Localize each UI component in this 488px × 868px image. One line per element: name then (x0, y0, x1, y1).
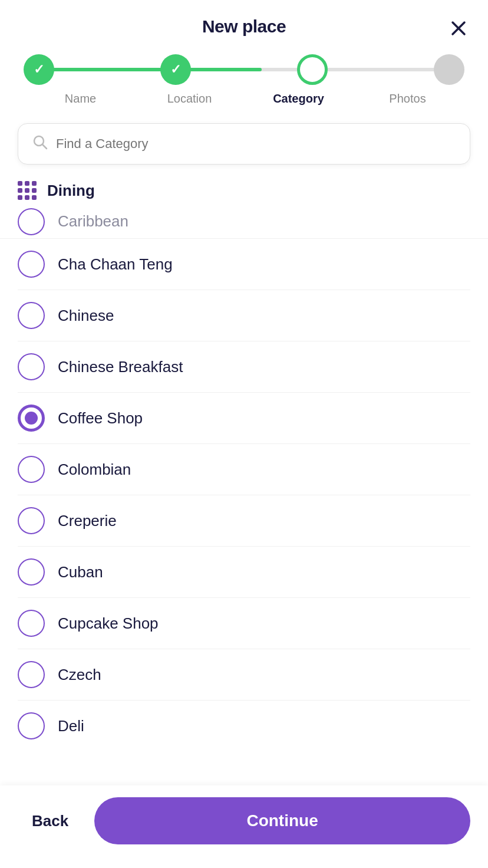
item-label-creperie: Creperie (58, 512, 117, 530)
list-item-cupcake-shop[interactable]: Cupcake Shop (18, 598, 470, 649)
step-location-check: ✓ (170, 62, 181, 77)
header: New place (0, 0, 488, 48)
list-item-caribbean-partial[interactable]: Caribbean (0, 208, 488, 239)
list-item-chinese-breakfast[interactable]: Chinese Breakfast (18, 341, 470, 393)
radio-cha-chaan-teng (18, 251, 45, 278)
search-icon (32, 134, 48, 153)
list-item-chinese[interactable]: Chinese (18, 290, 470, 341)
item-label-coffee-shop: Coffee Shop (58, 409, 143, 428)
list-item-cuban[interactable]: Cuban (18, 547, 470, 598)
step-label-name: Name (26, 92, 135, 106)
item-label-cha-chaan-teng: Cha Chaan Teng (58, 255, 173, 274)
item-label-cuban: Cuban (58, 563, 103, 581)
continue-button[interactable]: Continue (94, 797, 470, 844)
step-location-dot: ✓ (160, 54, 191, 85)
step-name-dot: ✓ (24, 54, 54, 85)
radio-cuban (18, 558, 45, 586)
list-item-czech[interactable]: Czech (18, 649, 470, 701)
item-label-caribbean: Caribbean (58, 212, 128, 231)
progress-line-fill (41, 68, 262, 71)
close-button[interactable] (447, 17, 470, 42)
category-section-title: Dining (47, 182, 95, 200)
radio-colombian (18, 456, 45, 483)
progress-labels: Name Location Category Photos (24, 92, 464, 106)
search-input[interactable] (56, 136, 456, 152)
item-label-colombian: Colombian (58, 461, 131, 479)
item-label-chinese-breakfast: Chinese Breakfast (58, 358, 183, 376)
footer: Back Continue (0, 785, 488, 868)
progress-section: ✓ ✓ Name Location Category Photos (0, 48, 488, 117)
step-name-check: ✓ (34, 62, 44, 77)
grid-icon (18, 181, 37, 200)
step-category-dot (297, 54, 328, 85)
svg-line-3 (42, 144, 47, 149)
item-label-chinese: Chinese (58, 307, 114, 325)
back-button[interactable]: Back (18, 801, 83, 841)
list-item-cha-chaan-teng[interactable]: Cha Chaan Teng (18, 239, 470, 290)
radio-cupcake-shop (18, 610, 45, 637)
item-label-czech: Czech (58, 666, 101, 684)
radio-czech (18, 661, 45, 688)
step-label-photos: Photos (353, 92, 462, 106)
radio-deli (18, 712, 45, 739)
search-section (0, 117, 488, 165)
step-photos-dot (434, 54, 464, 85)
progress-track: ✓ ✓ (24, 54, 464, 85)
close-icon (449, 19, 468, 38)
list-item-creperie[interactable]: Creperie (18, 495, 470, 547)
step-label-location: Location (135, 92, 244, 106)
item-label-cupcake-shop: Cupcake Shop (58, 614, 159, 633)
list-item-coffee-shop[interactable]: Coffee Shop (18, 393, 470, 444)
category-list: Cha Chaan Teng Chinese Chinese Breakfast… (0, 239, 488, 751)
search-box (18, 123, 470, 165)
radio-chinese (18, 302, 45, 329)
page-title: New place (202, 17, 286, 37)
radio-creperie (18, 507, 45, 534)
step-label-category: Category (244, 92, 353, 106)
list-item-colombian[interactable]: Colombian (18, 444, 470, 495)
radio-chinese-breakfast (18, 353, 45, 380)
category-header: Dining (0, 165, 488, 208)
item-label-deli: Deli (58, 717, 84, 735)
radio-coffee-shop (18, 405, 45, 432)
list-item-deli[interactable]: Deli (18, 701, 470, 751)
radio-caribbean (18, 208, 45, 235)
